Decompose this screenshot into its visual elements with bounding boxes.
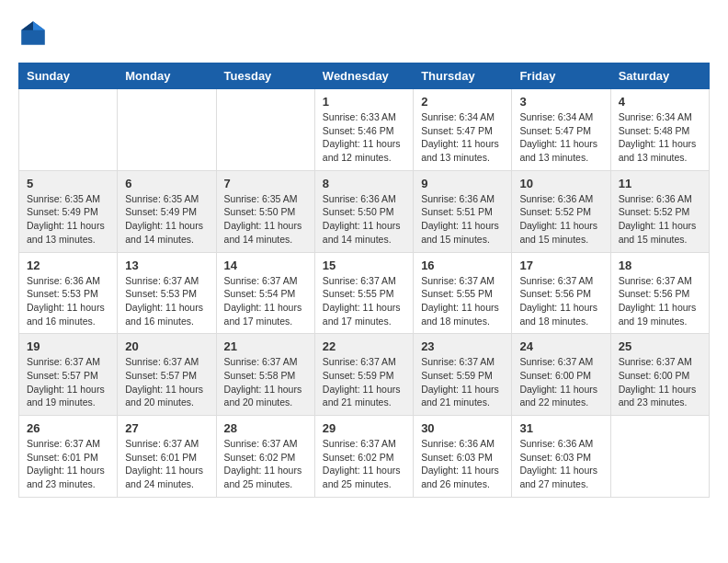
calendar-table: SundayMondayTuesdayWednesdayThursdayFrid… — [18, 63, 710, 498]
day-number: 18 — [619, 259, 701, 272]
day-number: 21 — [224, 339, 307, 353]
calendar-cell: 8Sunrise: 6:36 AM Sunset: 5:50 PM Daylig… — [314, 170, 413, 252]
calendar-cell: 6Sunrise: 6:35 AM Sunset: 5:49 PM Daylig… — [118, 170, 216, 252]
day-number: 12 — [27, 259, 109, 272]
calendar-cell: 24Sunrise: 6:37 AM Sunset: 6:00 PM Dayli… — [512, 334, 610, 416]
calendar-cell: 10Sunrise: 6:36 AM Sunset: 5:52 PM Dayli… — [512, 170, 610, 252]
header-tuesday: Tuesday — [216, 63, 314, 89]
calendar-week-3: 12Sunrise: 6:36 AM Sunset: 5:53 PM Dayli… — [19, 252, 710, 334]
day-info: Sunrise: 6:35 AM Sunset: 5:49 PM Dayligh… — [27, 192, 109, 247]
day-number: 20 — [125, 339, 208, 353]
day-number: 5 — [27, 177, 109, 190]
calendar-week-1: 1Sunrise: 6:33 AM Sunset: 5:46 PM Daylig… — [19, 89, 710, 171]
day-number: 24 — [519, 339, 602, 353]
calendar-cell: 4Sunrise: 6:34 AM Sunset: 5:48 PM Daylig… — [610, 89, 709, 171]
calendar-cell: 9Sunrise: 6:36 AM Sunset: 5:51 PM Daylig… — [414, 170, 512, 252]
day-number: 2 — [421, 95, 504, 109]
calendar-cell: 18Sunrise: 6:37 AM Sunset: 5:56 PM Dayli… — [610, 252, 709, 334]
day-number: 9 — [421, 177, 504, 190]
day-number: 7 — [224, 177, 307, 190]
calendar-cell: 29Sunrise: 6:37 AM Sunset: 6:02 PM Dayli… — [314, 416, 413, 498]
day-info: Sunrise: 6:37 AM Sunset: 6:02 PM Dayligh… — [224, 437, 307, 491]
day-number: 25 — [619, 339, 701, 353]
day-number: 31 — [519, 421, 602, 435]
day-info: Sunrise: 6:37 AM Sunset: 5:53 PM Dayligh… — [125, 274, 208, 328]
day-number: 1 — [323, 95, 405, 109]
header-monday: Monday — [118, 63, 216, 89]
day-number: 22 — [323, 339, 405, 353]
logo — [18, 18, 51, 48]
day-info: Sunrise: 6:36 AM Sunset: 5:53 PM Dayligh… — [27, 274, 109, 328]
calendar-cell: 20Sunrise: 6:37 AM Sunset: 5:57 PM Dayli… — [118, 334, 216, 416]
calendar-cell: 27Sunrise: 6:37 AM Sunset: 6:01 PM Dayli… — [118, 416, 216, 498]
day-number: 29 — [323, 421, 405, 435]
day-number: 4 — [619, 95, 701, 109]
day-number: 30 — [421, 421, 504, 435]
page-header — [18, 18, 710, 48]
calendar-cell: 17Sunrise: 6:37 AM Sunset: 5:56 PM Dayli… — [512, 252, 610, 334]
day-info: Sunrise: 6:35 AM Sunset: 5:49 PM Dayligh… — [125, 192, 208, 247]
header-sunday: Sunday — [19, 63, 118, 89]
calendar-cell: 13Sunrise: 6:37 AM Sunset: 5:53 PM Dayli… — [118, 252, 216, 334]
calendar-cell — [610, 416, 709, 498]
calendar-cell — [118, 89, 216, 171]
calendar-cell: 15Sunrise: 6:37 AM Sunset: 5:55 PM Dayli… — [314, 252, 413, 334]
calendar-cell: 3Sunrise: 6:34 AM Sunset: 5:47 PM Daylig… — [512, 89, 610, 171]
day-info: Sunrise: 6:37 AM Sunset: 6:00 PM Dayligh… — [519, 355, 602, 409]
calendar-week-4: 19Sunrise: 6:37 AM Sunset: 5:57 PM Dayli… — [19, 334, 710, 416]
calendar-cell: 30Sunrise: 6:36 AM Sunset: 6:03 PM Dayli… — [414, 416, 512, 498]
calendar-cell: 25Sunrise: 6:37 AM Sunset: 6:00 PM Dayli… — [610, 334, 709, 416]
day-number: 26 — [27, 421, 109, 435]
header-thursday: Thursday — [414, 63, 512, 89]
calendar-week-5: 26Sunrise: 6:37 AM Sunset: 6:01 PM Dayli… — [19, 416, 710, 498]
svg-marker-1 — [33, 21, 45, 30]
calendar-cell: 26Sunrise: 6:37 AM Sunset: 6:01 PM Dayli… — [19, 416, 118, 498]
day-number: 27 — [125, 421, 208, 435]
day-info: Sunrise: 6:37 AM Sunset: 5:58 PM Dayligh… — [224, 355, 307, 409]
day-number: 8 — [323, 177, 405, 190]
calendar-cell: 28Sunrise: 6:37 AM Sunset: 6:02 PM Dayli… — [216, 416, 314, 498]
day-info: Sunrise: 6:37 AM Sunset: 5:55 PM Dayligh… — [323, 274, 405, 328]
header-friday: Friday — [512, 63, 610, 89]
day-number: 14 — [224, 259, 307, 272]
calendar-cell: 7Sunrise: 6:35 AM Sunset: 5:50 PM Daylig… — [216, 170, 314, 252]
calendar-cell — [19, 89, 118, 171]
day-number: 28 — [224, 421, 307, 435]
calendar-cell: 14Sunrise: 6:37 AM Sunset: 5:54 PM Dayli… — [216, 252, 314, 334]
calendar-cell: 1Sunrise: 6:33 AM Sunset: 5:46 PM Daylig… — [314, 89, 413, 171]
day-info: Sunrise: 6:34 AM Sunset: 5:47 PM Dayligh… — [421, 110, 504, 165]
day-info: Sunrise: 6:36 AM Sunset: 6:03 PM Dayligh… — [421, 437, 504, 491]
day-number: 6 — [125, 177, 208, 190]
day-number: 19 — [27, 339, 109, 353]
day-number: 16 — [421, 259, 504, 272]
logo-icon — [18, 18, 48, 48]
calendar-cell: 23Sunrise: 6:37 AM Sunset: 5:59 PM Dayli… — [414, 334, 512, 416]
day-info: Sunrise: 6:37 AM Sunset: 6:02 PM Dayligh… — [323, 437, 405, 491]
calendar-cell: 12Sunrise: 6:36 AM Sunset: 5:53 PM Dayli… — [19, 252, 118, 334]
day-info: Sunrise: 6:37 AM Sunset: 5:55 PM Dayligh… — [421, 274, 504, 328]
day-info: Sunrise: 6:33 AM Sunset: 5:46 PM Dayligh… — [323, 110, 405, 165]
day-info: Sunrise: 6:37 AM Sunset: 5:59 PM Dayligh… — [421, 355, 504, 409]
day-info: Sunrise: 6:36 AM Sunset: 5:50 PM Dayligh… — [323, 192, 405, 247]
day-info: Sunrise: 6:36 AM Sunset: 6:03 PM Dayligh… — [519, 437, 602, 491]
calendar-cell — [216, 89, 314, 171]
day-info: Sunrise: 6:37 AM Sunset: 6:00 PM Dayligh… — [619, 355, 701, 409]
day-info: Sunrise: 6:37 AM Sunset: 5:57 PM Dayligh… — [125, 355, 208, 409]
calendar-cell: 31Sunrise: 6:36 AM Sunset: 6:03 PM Dayli… — [512, 416, 610, 498]
day-info: Sunrise: 6:37 AM Sunset: 6:01 PM Dayligh… — [125, 437, 208, 491]
calendar-cell: 19Sunrise: 6:37 AM Sunset: 5:57 PM Dayli… — [19, 334, 118, 416]
day-number: 23 — [421, 339, 504, 353]
day-info: Sunrise: 6:36 AM Sunset: 5:52 PM Dayligh… — [519, 192, 602, 247]
day-info: Sunrise: 6:37 AM Sunset: 5:57 PM Dayligh… — [27, 355, 109, 409]
svg-marker-2 — [21, 21, 33, 30]
day-number: 3 — [519, 95, 602, 109]
header-wednesday: Wednesday — [314, 63, 413, 89]
day-info: Sunrise: 6:37 AM Sunset: 5:59 PM Dayligh… — [323, 355, 405, 409]
day-info: Sunrise: 6:37 AM Sunset: 5:56 PM Dayligh… — [619, 274, 701, 328]
day-info: Sunrise: 6:37 AM Sunset: 6:01 PM Dayligh… — [27, 437, 109, 491]
calendar-cell: 11Sunrise: 6:36 AM Sunset: 5:52 PM Dayli… — [610, 170, 709, 252]
calendar-week-2: 5Sunrise: 6:35 AM Sunset: 5:49 PM Daylig… — [19, 170, 710, 252]
day-info: Sunrise: 6:36 AM Sunset: 5:52 PM Dayligh… — [619, 192, 701, 247]
day-number: 11 — [619, 177, 701, 190]
calendar-header-row: SundayMondayTuesdayWednesdayThursdayFrid… — [19, 63, 710, 89]
